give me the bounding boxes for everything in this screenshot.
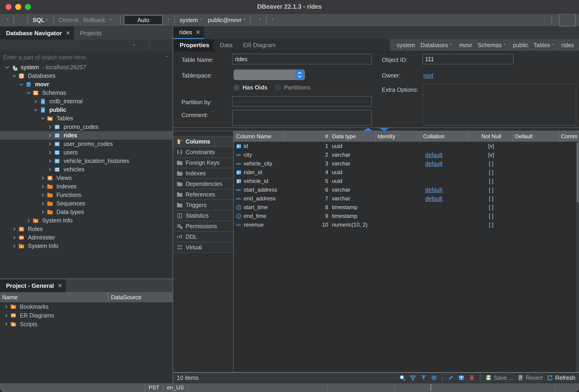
collapse-up-icon[interactable] [363,128,373,131]
column-header-name[interactable]: Name [0,294,108,301]
tab-properties[interactable]: Properties [173,39,214,51]
partition-by-field[interactable] [232,96,372,107]
chevron-right-icon[interactable] [39,175,47,181]
chevron-right-icon[interactable] [10,235,18,240]
object-filter-input[interactable] [3,54,164,61]
connect-button[interactable] [16,15,19,25]
breadcrumb-public[interactable]: public [510,42,529,49]
grid-row-end_address[interactable]: ABCend_address7varchardefault[ ] [234,194,579,203]
tree-item-promo-codes[interactable]: promo_codes [0,123,172,131]
section-tab-indexes[interactable]: Indexes [173,168,233,178]
column-header-number[interactable]: # [284,131,330,142]
chevron-down-icon[interactable] [165,56,169,59]
tree-item-system-info[interactable]: System Info [0,216,172,225]
tree-item-crdb-internal[interactable]: crdb_internal [0,97,172,106]
add-column-icon[interactable] [458,374,465,381]
search-icon[interactable] [399,374,406,381]
breadcrumb-schemas[interactable]: Schemas [475,42,508,49]
new-connection-button[interactable] [3,15,12,25]
tree-item-system[interactable]: system- localhost:26257 [0,63,172,71]
chevron-right-icon[interactable] [39,210,47,215]
grid-row-start_address[interactable]: ABCstart_address6varchardefault[ ] [234,185,579,194]
tree-item-indexes[interactable]: Indexes [0,182,172,191]
tablespace-combo[interactable] [233,69,305,80]
close-icon[interactable]: ✕ [58,282,62,289]
cell-not-null[interactable]: [v] [468,150,513,159]
tab-data[interactable]: Data [214,39,237,51]
commit-button[interactable]: Commit [56,15,80,25]
quick-search-button[interactable] [546,15,550,25]
refresh-button[interactable]: Refresh [546,374,575,381]
column-header-identity[interactable]: Identity [375,131,421,142]
open-perspective-button[interactable] [554,15,557,25]
grid-row-rider_id[interactable]: rider_id4uuid[ ] [234,168,579,177]
active-schema-selector[interactable]: public@movr [205,15,248,25]
section-tab-ddl[interactable]: DDL [173,231,233,242]
tree-item-functions[interactable]: Functions [0,191,172,199]
tools-button[interactable] [256,15,264,25]
section-tab-statistics[interactable]: Statistics [173,210,233,221]
locale-indicator[interactable]: en_US [163,383,188,392]
project-item-bookmarks[interactable]: Bookmarks [0,302,172,311]
tree-item-databases[interactable]: Databases [0,71,172,80]
extra-options-field[interactable] [422,84,576,126]
section-tab-dependencies[interactable]: Dependencies [173,178,233,189]
rollback-button[interactable]: Rollback [80,15,107,25]
transaction-log-button[interactable] [107,15,115,25]
has-oids-checkbox[interactable] [233,84,240,91]
chevron-down-icon[interactable] [450,43,454,47]
tree-item-schemas[interactable]: Schemas [0,89,172,97]
collation-link[interactable]: default [425,160,442,167]
delete-trash-icon[interactable] [468,374,475,381]
tree-item-roles[interactable]: Roles [0,225,172,233]
cell-not-null[interactable]: [ ] [468,212,513,220]
chevron-down-icon[interactable] [25,90,32,96]
tree-item-public[interactable]: public [0,106,172,114]
chevron-right-icon[interactable] [39,201,47,206]
user-profile-button[interactable] [559,14,576,26]
cell-not-null[interactable]: [ ] [468,220,513,229]
owner-link[interactable]: root [423,72,433,79]
transaction-mode-combo[interactable]: Auto [124,15,163,25]
column-header-datatype[interactable]: Data type [330,131,375,142]
chevron-right-icon[interactable] [46,150,54,155]
chevron-right-icon[interactable] [2,313,10,318]
breadcrumb-tables[interactable]: Tables [531,42,557,49]
grid-row-revenue[interactable]: 123revenue10numeric(10, 2)[ ] [234,220,579,229]
chevron-right-icon[interactable] [46,133,54,138]
chevron-right-icon[interactable] [2,322,10,327]
grid-row-end_time[interactable]: end_time9timestamp[ ] [234,212,579,220]
disconnect-button[interactable] [22,15,26,25]
settings-gear-icon[interactable] [431,374,437,381]
lock-button[interactable] [115,15,118,25]
dashboard-button[interactable] [253,15,256,25]
save-button[interactable]: Save ... [485,374,513,381]
chevron-right-icon[interactable] [10,226,18,232]
chevron-right-icon[interactable] [46,141,54,147]
cell-not-null[interactable]: [v] [468,142,513,150]
view-menu-button[interactable] [166,41,170,51]
chevron-right-icon[interactable] [39,193,47,198]
tree-item-user-promo-codes[interactable]: user_promo_codes [0,140,172,148]
tree-item-sequences[interactable]: Sequences [0,199,172,208]
tab-projects[interactable]: Projects [74,27,105,40]
tree-item-views[interactable]: Views [0,174,172,182]
chevron-right-icon[interactable] [39,184,47,189]
chevron-down-icon[interactable] [17,82,25,87]
collapse-down-icon[interactable] [379,128,389,131]
vertical-scrollbar[interactable] [576,142,579,372]
partitions-checkbox[interactable] [275,84,281,91]
chevron-right-icon[interactable] [46,159,54,164]
tree-item-tables[interactable]: Tables [0,114,172,123]
tree-item-system-info[interactable]: System Info [0,242,172,250]
chevron-right-icon[interactable] [46,167,54,172]
breadcrumb-databases[interactable]: Databases [418,42,455,49]
tree-item-rides[interactable]: rides [0,131,172,140]
chevron-right-icon[interactable] [25,218,32,223]
collapse-all-button[interactable] [154,41,157,51]
grid-row-id[interactable]: id1uuid[v] [234,142,579,150]
chevron-right-icon[interactable] [46,124,54,129]
transaction-history-button[interactable] [164,15,172,25]
chevron-down-icon[interactable] [10,73,18,78]
cell-not-null[interactable]: [ ] [468,168,513,177]
